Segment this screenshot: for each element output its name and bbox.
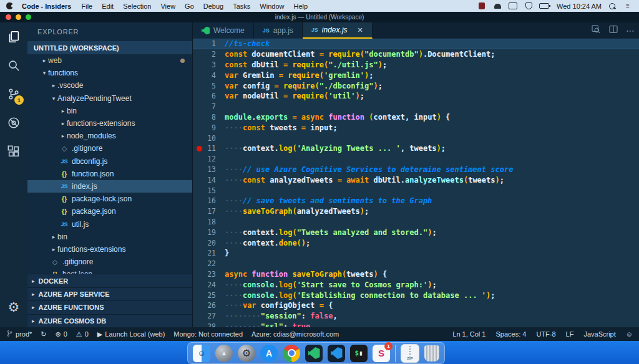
- status-azure[interactable]: Azure: cdias@microsoft.com: [251, 330, 339, 338]
- code-line[interactable]: 27········"session": false,: [193, 311, 639, 322]
- line-number[interactable]: 28: [193, 322, 225, 327]
- section-azure-functions[interactable]: ▸AZURE FUNCTIONS: [27, 300, 192, 314]
- status-lf[interactable]: LF: [566, 330, 574, 338]
- code-line[interactable]: 7: [193, 102, 639, 112]
- dock-trash-icon[interactable]: [424, 345, 439, 362]
- dock-vscode-insiders-icon[interactable]: [328, 345, 345, 362]
- line-number[interactable]: 4: [193, 71, 225, 80]
- line-number[interactable]: 9: [193, 123, 225, 132]
- menu-item-debug[interactable]: Debug: [203, 2, 223, 10]
- breakpoint-icon[interactable]: [197, 146, 202, 151]
- code-line[interactable]: 18: [193, 217, 639, 228]
- line-number[interactable]: 12: [193, 155, 225, 163]
- activity-extensions-icon[interactable]: [0, 137, 27, 166]
- display-icon[interactable]: [508, 2, 518, 10]
- line-number[interactable]: 16: [193, 196, 225, 205]
- menu-item-view[interactable]: View: [160, 2, 175, 10]
- tree-item--gitignore[interactable]: ◇.gitignore: [27, 142, 192, 155]
- status-spaces-4[interactable]: Spaces: 4: [495, 330, 526, 338]
- activity-search-icon[interactable]: [0, 51, 27, 80]
- code-line[interactable]: 26····var configObject = {: [193, 300, 639, 311]
- code-line[interactable]: 11····context.log('Analyzing Tweets ... …: [193, 143, 639, 154]
- line-number[interactable]: 22: [193, 259, 225, 268]
- status-javascript[interactable]: JavaScript: [583, 330, 615, 338]
- tree-item--vscode[interactable]: ▸.vscode: [27, 79, 192, 92]
- tab-app-js[interactable]: JSapp.js: [254, 22, 303, 39]
- code-line[interactable]: 9····const tweets = input;: [193, 122, 639, 133]
- shield-icon[interactable]: [524, 2, 534, 10]
- status-error[interactable]: ⊗0: [56, 330, 67, 338]
- app-menu-title[interactable]: Code - Insiders: [22, 2, 71, 10]
- code-line[interactable]: 8module.exports = async function (contex…: [193, 112, 639, 123]
- activity-explorer-icon[interactable]: [0, 22, 27, 51]
- section-azure-app-service[interactable]: ▸AZURE APP SERVICE: [27, 287, 192, 300]
- dock-vscode-icon[interactable]: [305, 345, 323, 362]
- tree-item-functions[interactable]: ▾functions: [27, 67, 192, 79]
- code-line[interactable]: 22: [193, 259, 639, 269]
- line-number[interactable]: 10: [193, 134, 225, 143]
- close-icon[interactable]: ✕: [358, 26, 363, 34]
- code-line[interactable]: 5var config = require("./dbconfig");: [193, 80, 639, 91]
- line-number[interactable]: 15: [193, 186, 225, 195]
- line-number[interactable]: 11: [193, 144, 225, 153]
- tab-welcome[interactable]: Welcome: [193, 22, 254, 39]
- tree-item-functions-extensions[interactable]: ▸functions-extensions: [27, 117, 192, 130]
- code-line[interactable]: 25····console.log('Establishing connecti…: [193, 290, 639, 300]
- code-line[interactable]: 6var nodeUtil = require('util');: [193, 91, 639, 102]
- status-utf-8[interactable]: UTF-8: [536, 330, 555, 338]
- tree-item--gitignore[interactable]: ◇.gitignore: [27, 256, 192, 268]
- dock-system-preferences-icon[interactable]: ⚙: [238, 345, 255, 362]
- zoom-window-button[interactable]: [26, 14, 31, 20]
- activity-source-control-icon[interactable]: 1: [0, 80, 27, 108]
- code-line[interactable]: 2const documentClient = require("documen…: [193, 49, 639, 60]
- line-number[interactable]: 5: [193, 82, 225, 90]
- code-line[interactable]: 1//ts-check: [193, 39, 639, 49]
- line-number[interactable]: 8: [193, 113, 225, 122]
- line-number[interactable]: 18: [193, 218, 225, 226]
- code-line[interactable]: 21}: [193, 248, 639, 259]
- dock-chrome-icon[interactable]: [283, 345, 300, 362]
- open-preview-icon[interactable]: [591, 24, 601, 37]
- code-line[interactable]: 20····context.done();: [193, 237, 639, 248]
- code-line[interactable]: 16····// save tweets and sentiments to t…: [193, 196, 639, 206]
- code-line[interactable]: 12: [193, 154, 639, 165]
- status-smiley[interactable]: ☺: [626, 330, 633, 338]
- dock-finder-icon[interactable]: ☺: [193, 345, 210, 362]
- tree-item-analyzependingtweet[interactable]: ▾AnalyzePendingTweet: [27, 92, 192, 105]
- status-warning[interactable]: ⚠0: [76, 330, 89, 338]
- tree-item-node-modules[interactable]: ▸node_modules: [27, 130, 192, 142]
- workspace-section-header[interactable]: UNTITLED (WORKSPACE): [27, 41, 192, 54]
- tree-item-function-json[interactable]: {}function.json: [27, 168, 192, 180]
- code-line[interactable]: 4var Gremlin = require('gremlin');: [193, 70, 639, 80]
- tree-item-bin[interactable]: ▸bin: [27, 105, 192, 117]
- code-line[interactable]: 14····const analyzedTweets = await dbUti…: [193, 175, 639, 185]
- notification-list-icon[interactable]: ≡: [623, 2, 633, 10]
- menu-item-selection[interactable]: Selection: [123, 2, 151, 10]
- line-number[interactable]: 17: [193, 207, 225, 216]
- line-number[interactable]: 7: [193, 102, 225, 111]
- line-number[interactable]: 27: [193, 312, 225, 320]
- menu-item-window[interactable]: Window: [260, 2, 284, 10]
- tree-item-dbconfig-js[interactable]: JSdbconfig.js: [27, 155, 192, 168]
- code-line[interactable]: 3const dbUtil = require("./util.js");: [193, 60, 639, 70]
- menu-item-tasks[interactable]: Tasks: [233, 2, 250, 10]
- code-line[interactable]: 13····// use Azure Cognitive Services to…: [193, 165, 639, 175]
- code-line[interactable]: 24····console.log('Start save to Cosmos …: [193, 279, 639, 290]
- menu-item-go[interactable]: Go: [185, 2, 194, 10]
- line-number[interactable]: 26: [193, 301, 225, 310]
- line-number[interactable]: 23: [193, 270, 225, 279]
- code-line[interactable]: 15: [193, 185, 639, 196]
- line-number[interactable]: 6: [193, 92, 225, 100]
- line-number[interactable]: 2: [193, 50, 225, 59]
- line-number[interactable]: 25: [193, 291, 225, 300]
- line-number[interactable]: 21: [193, 249, 225, 257]
- tree-item-package-json[interactable]: {}package.json: [27, 205, 192, 218]
- line-number[interactable]: 1: [193, 39, 225, 48]
- line-number[interactable]: 24: [193, 280, 225, 289]
- apple-menu-icon[interactable]: [6, 2, 13, 9]
- tree-item-bin[interactable]: ▸bin: [27, 231, 192, 243]
- line-number[interactable]: 19: [193, 228, 225, 237]
- dock-zip-file-icon[interactable]: ZIP: [401, 344, 419, 363]
- code-line[interactable]: 17····saveToGraph(analyzedTweets);: [193, 206, 639, 217]
- menu-item-help[interactable]: Help: [293, 2, 308, 10]
